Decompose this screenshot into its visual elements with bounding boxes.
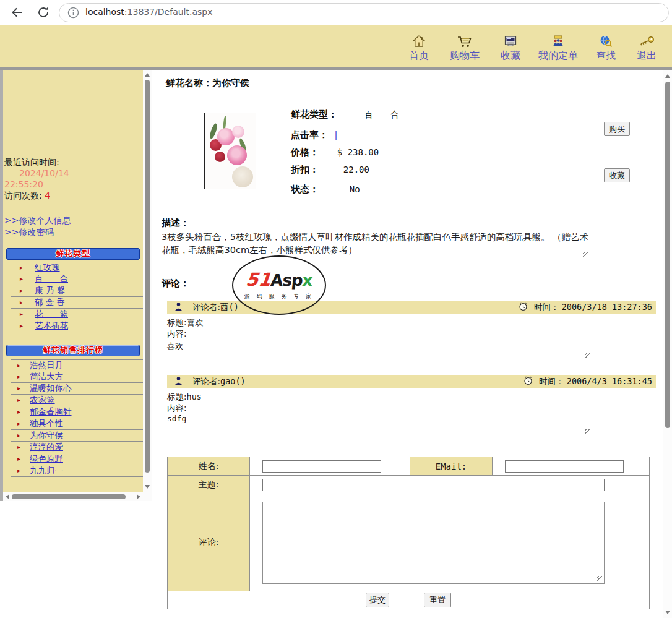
sidebar-item-rank[interactable]: ▸浩然日月 [11,359,143,371]
resize-handle-icon[interactable] [585,353,591,359]
scroll-down-icon[interactable] [145,485,150,489]
email-input[interactable] [505,460,624,473]
sales-rank-header: 鲜花销售排行榜 [6,345,140,356]
lily-art [227,145,247,165]
sidebar-item-flower-type[interactable]: ▸康 乃 馨 [11,285,143,297]
sidebar-item-flower-type[interactable]: ▸百 合 [11,273,143,285]
triangle-bullet-icon: ▸ [11,465,27,476]
favorite-button[interactable]: 收藏 [604,168,630,182]
rank-link[interactable]: 绿色原野 [27,453,143,465]
status-label: 状态： [291,184,330,195]
sidebar-vertical-scrollbar[interactable] [143,70,152,492]
author-label: 评论者: [192,376,220,386]
triangle-bullet-icon: ▸ [11,371,27,382]
scrollbar-corner [143,492,152,501]
product-image [204,113,256,189]
sidebar-item-rank[interactable]: ▸简洁大方 [11,371,143,383]
discount-value: 22.00 [343,165,369,174]
triangle-bullet-icon: ▸ [11,453,27,465]
nav-item-home[interactable]: 首页 [398,34,439,62]
rank-link[interactable]: 郁金香胸针 [27,406,143,418]
flower-type-link[interactable]: 花 篮 [32,309,143,320]
sidebar-item-rank[interactable]: ▸为你守侯 [11,430,143,442]
rank-link[interactable]: 淳淳的爱 [27,442,143,453]
sidebar-item-flower-type[interactable]: ▸艺术插花 [11,320,143,332]
sidebar-item-rank[interactable]: ▸淳淳的爱 [11,442,143,453]
nav-item-label: 购物车 [450,49,480,62]
nav-item-cart[interactable]: 购物车 [439,34,490,62]
sidebar-item-rank[interactable]: ▸郁金香胸针 [11,406,143,418]
flower-type-link[interactable]: 百 合 [32,273,143,285]
scroll-right-icon[interactable] [137,494,140,499]
form-buttons-cell: 提交 重置 [168,591,650,609]
sidebar-item-rank[interactable]: ▸独具个性 [11,418,143,430]
rank-link[interactable]: 温暖如你心 [27,383,143,394]
scroll-left-icon[interactable] [6,494,9,499]
clock-icon [519,302,528,313]
buy-button[interactable]: 购买 [604,122,630,136]
comment-content-label: 内容: [167,403,187,414]
sidebar-hscroll-thumb[interactable] [12,494,126,499]
sidebar-item-rank[interactable]: ▸温暖如你心 [11,383,143,395]
detail-type: 鲜花类型： 百 合 [291,109,399,121]
address-bar[interactable]: localhost:13837/Default.aspx [59,3,669,22]
rank-link[interactable]: 九九归一 [27,465,143,476]
rank-link[interactable]: 农家篮 [27,395,143,406]
home-icon [411,34,426,49]
comment-textarea[interactable] [262,502,605,584]
sidebar-item-flower-type[interactable]: ▸郁 金 香 [11,297,143,309]
sidebar-item-flower-type[interactable]: ▸花 篮 [11,309,143,320]
sidebar-item-flower-type[interactable]: ▸红玫瑰 [11,262,143,273]
rank-link[interactable]: 简洁大方 [27,371,143,382]
page-vscroll-thumb[interactable] [665,82,670,428]
status-value: No [350,184,360,194]
info-icon[interactable] [67,6,82,21]
comment-field-label: 评论: [168,494,250,591]
rank-link[interactable]: 为你守侯 [27,430,143,441]
rank-link[interactable]: 独具个性 [27,418,143,429]
cart-icon [457,34,473,49]
description-text[interactable]: 3枝多头粉百合，5枝红玫瑰，点缀情人草叶材作成精美的花瓶花插配白色手感舒适的高档… [162,231,591,257]
comment-content[interactable]: sdfg [167,414,186,423]
main-content: 鲜花名称：为你守侯 鲜花类型： 百 合 点击率： | 价格： $ 238.00 … [152,70,663,618]
nav-item-favorites[interactable]: 收藏 [490,34,531,62]
edit-profile-link[interactable]: >>修改个人信息 [4,215,71,226]
reload-icon[interactable] [36,5,51,20]
scroll-up-icon[interactable] [145,73,150,77]
flower-type-link[interactable]: 郁 金 香 [32,297,143,308]
sidebar-horizontal-scrollbar[interactable] [3,492,143,501]
scroll-down-icon[interactable] [665,611,670,614]
teddy-bear-art [232,166,253,187]
flower-type-link[interactable]: 艺术插花 [32,320,143,332]
sidebar-vscroll-thumb[interactable] [145,80,150,473]
nav-item-search[interactable]: 查找 [585,34,626,62]
sidebar-item-rank[interactable]: ▸绿色原野 [11,453,143,465]
back-icon[interactable] [10,5,25,20]
triangle-bullet-icon: ▸ [11,406,27,418]
comment-field-cell [250,494,650,591]
scroll-up-icon[interactable] [665,74,670,78]
reset-button[interactable]: 重置 [424,593,451,607]
page-vertical-scrollbar[interactable] [663,70,672,618]
resize-handle-icon[interactable] [585,429,591,435]
name-input[interactable] [262,460,381,473]
rank-link[interactable]: 浩然日月 [27,360,143,371]
sidebar-item-rank[interactable]: ▸农家篮 [11,395,143,406]
subject-input[interactable] [262,479,605,491]
triangle-bullet-icon: ▸ [11,262,32,273]
flower-type-link[interactable]: 红玫瑰 [32,262,143,273]
submit-button[interactable]: 提交 [366,593,389,607]
nav-item-exit[interactable]: 退出 [626,34,667,62]
flower-type-link[interactable]: 康 乃 馨 [32,285,143,296]
email-field-label: EMail: [410,457,493,476]
visit-count-line: 访问次数: 4 [4,190,140,201]
nav-item-orders[interactable]: 我的定单 [531,34,585,62]
change-password-link[interactable]: >>修改密码 [4,226,71,238]
sidebar-item-rank[interactable]: ▸九九归一 [11,465,143,477]
comment-content[interactable]: 喜欢 [167,341,183,352]
resize-handle-icon[interactable] [583,252,589,258]
search-icon [598,34,613,49]
author-value: gao() [220,376,246,386]
resize-handle-icon[interactable] [597,576,603,582]
visit-time-label: 最近访问时间: [4,157,140,168]
